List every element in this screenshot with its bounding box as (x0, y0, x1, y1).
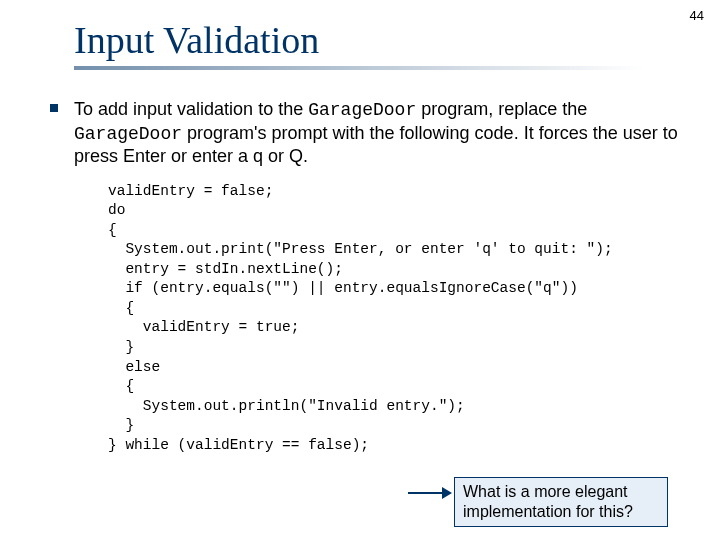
para-code-1: GarageDoor (308, 100, 416, 120)
code-line: { (108, 222, 117, 238)
code-line: entry = stdIn.nextLine(); (108, 261, 343, 277)
code-line: } (108, 339, 134, 355)
code-line: validEntry = true; (108, 319, 299, 335)
callout-line-1: What is a more elegant (463, 483, 628, 500)
code-line: System.out.print("Press Enter, or enter … (108, 241, 613, 257)
code-line: } (108, 417, 134, 433)
intro-paragraph: To add input validation to the GarageDoo… (74, 98, 680, 168)
code-block: validEntry = false; do { System.out.prin… (108, 182, 720, 456)
callout-arrow (408, 486, 448, 500)
code-line: if (entry.equals("") || entry.equalsIgno… (108, 280, 578, 296)
code-line: System.out.println("Invalid entry."); (108, 398, 465, 414)
code-line: } while (validEntry == false); (108, 437, 369, 453)
para-code-2: GarageDoor (74, 124, 182, 144)
para-text-2: program, replace the (416, 99, 587, 119)
title-underline (74, 66, 644, 70)
slide-title: Input Validation (74, 18, 720, 62)
para-text-1: To add input validation to the (74, 99, 308, 119)
code-line: else (108, 359, 160, 375)
code-line: validEntry = false; (108, 183, 273, 199)
page-number: 44 (690, 8, 704, 23)
callout-line-2: implementation for this? (463, 503, 633, 520)
callout-box: What is a more elegant implementation fo… (454, 477, 668, 527)
bullet-icon (50, 104, 58, 112)
code-line: do (108, 202, 125, 218)
arrow-head-icon (442, 487, 452, 499)
code-line: { (108, 300, 134, 316)
code-line: { (108, 378, 134, 394)
